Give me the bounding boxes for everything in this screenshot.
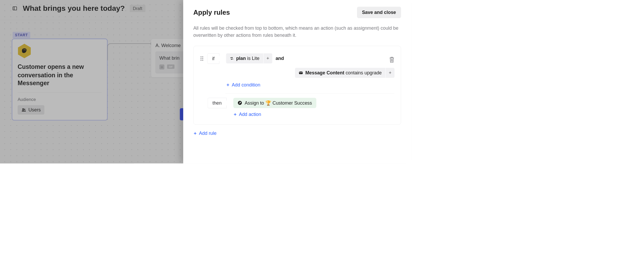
condition-attr: Message Content (305, 70, 344, 75)
delete-rule-button[interactable] (389, 57, 394, 63)
condition-op: contains (346, 70, 363, 75)
drawer-description: All rules will be checked from top to bo… (193, 24, 401, 39)
action-chip-assign[interactable]: Assign to 🏆 Customer Success (233, 98, 316, 108)
condition-chip-message-content[interactable]: Message Content contains upgrade + (295, 68, 394, 78)
drawer-title: Apply rules (193, 9, 230, 16)
add-value-button[interactable]: + (263, 53, 272, 63)
svg-point-11 (202, 60, 203, 61)
mail-icon (299, 71, 303, 75)
svg-point-10 (200, 60, 201, 61)
condition-op: is (247, 56, 251, 61)
condition-val: upgrade (364, 70, 382, 75)
add-value-button[interactable]: + (385, 68, 394, 78)
action-prefix: Assign to (245, 100, 264, 106)
rules-drawer: Apply rules Save and close All rules wil… (183, 0, 411, 163)
condition-attr: plan (236, 56, 246, 61)
add-rule-button[interactable]: Add rule (193, 131, 216, 136)
assign-icon (237, 101, 242, 105)
rule-card: if plan is Lit (193, 46, 401, 125)
svg-point-7 (202, 56, 203, 57)
add-action-button[interactable]: Add action (233, 112, 395, 117)
condition-val: Lite (252, 56, 260, 61)
action-team: Customer Success (273, 100, 312, 106)
if-keyword: if (207, 53, 219, 64)
then-keyword: then (207, 98, 226, 108)
and-operator: and (276, 56, 284, 61)
svg-point-6 (200, 56, 201, 57)
swap-icon (230, 56, 234, 60)
condition-chip-plan[interactable]: plan is Lite + (226, 53, 272, 63)
svg-point-8 (200, 58, 201, 59)
save-and-close-button[interactable]: Save and close (357, 7, 401, 18)
trophy-icon: 🏆 (265, 100, 271, 106)
drag-handle-icon[interactable] (200, 56, 204, 61)
add-condition-button[interactable]: Add condition (226, 82, 395, 88)
dim-overlay (0, 0, 183, 163)
divider (225, 93, 394, 94)
svg-point-9 (202, 58, 203, 59)
